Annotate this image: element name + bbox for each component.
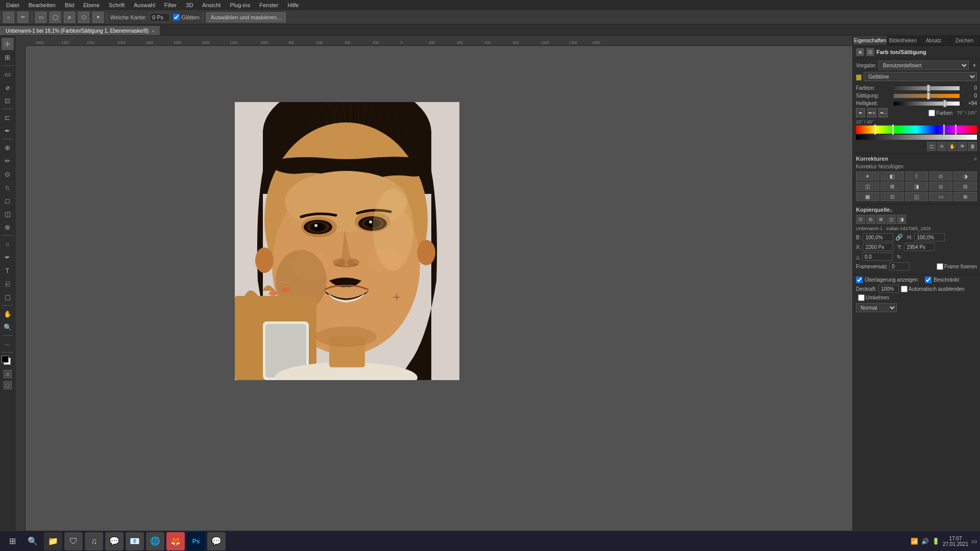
auto-btn[interactable]: ◫ bbox=[927, 142, 936, 151]
menu-plugins[interactable]: Plug-ins bbox=[226, 1, 254, 9]
korrektur-btn-9[interactable]: ◎ bbox=[929, 182, 952, 191]
farben-checkbox[interactable] bbox=[928, 110, 935, 116]
crop-tool[interactable]: ⊏ bbox=[2, 111, 14, 123]
eigenschaften-tab[interactable]: Eigenschaften bbox=[853, 36, 888, 45]
bibliotheken-tab[interactable]: Bibliotheken bbox=[888, 36, 918, 45]
eye-btn[interactable]: 👁 bbox=[958, 142, 967, 151]
breite-input[interactable] bbox=[863, 233, 893, 241]
korrektur-btn-10[interactable]: ⊟ bbox=[953, 182, 977, 191]
taskbar-music[interactable]: ♫ bbox=[85, 532, 103, 550]
eyedropper-plus-btn[interactable]: ✒+ bbox=[867, 108, 876, 117]
reset-btn[interactable]: ⟲ bbox=[937, 142, 946, 151]
umkehren-checkbox[interactable] bbox=[858, 294, 865, 301]
system-clock[interactable]: 17:07 27.01.2021 bbox=[943, 536, 968, 547]
hoehe-input[interactable] bbox=[914, 233, 945, 241]
taskbar-browser2[interactable]: 🌐 bbox=[146, 532, 164, 550]
helligkeit-slider-track[interactable] bbox=[894, 102, 960, 106]
kopier-src-btn-1[interactable]: ⊡ bbox=[856, 215, 865, 224]
delete-btn[interactable]: 🗑 bbox=[968, 142, 977, 151]
menu-schrift[interactable]: Schrift bbox=[105, 1, 129, 9]
korrektur-btn-7[interactable]: ⊞ bbox=[880, 182, 904, 191]
korrektur-btn-6[interactable]: ◫ bbox=[856, 182, 879, 191]
quick-mask-btn[interactable]: ◎ bbox=[4, 370, 12, 378]
angle-input[interactable] bbox=[862, 253, 893, 261]
beschraenkt-checkbox[interactable] bbox=[925, 277, 932, 283]
korrektur-btn-15[interactable]: ⊞ bbox=[953, 192, 977, 201]
korrektur-btn-12[interactable]: ⊡ bbox=[880, 192, 904, 201]
screen-mode-btn[interactable]: ▢ bbox=[4, 381, 12, 389]
taskbar-explorer[interactable]: 📁 bbox=[44, 532, 62, 550]
menu-auswahl[interactable]: Auswahl bbox=[130, 1, 159, 9]
hand-icon-btn[interactable]: ✋ bbox=[947, 142, 957, 151]
windows-start-btn[interactable]: ⊞ bbox=[3, 532, 21, 550]
menu-fenster[interactable]: Fenster bbox=[255, 1, 282, 9]
blur-tool[interactable]: ⊗ bbox=[2, 221, 14, 233]
taskbar-defender[interactable]: 🛡 bbox=[64, 532, 83, 550]
korrektur-btn-2[interactable]: ◧ bbox=[880, 171, 904, 181]
zeichen-tab[interactable]: Zeichen bbox=[949, 36, 980, 45]
show-desktop-btn[interactable]: ▭ bbox=[971, 538, 977, 545]
poly-tool-btn[interactable]: ⬡ bbox=[78, 12, 89, 23]
kopier-src-btn-2[interactable]: ⊟ bbox=[866, 215, 875, 224]
eraser-tool[interactable]: ◻ bbox=[2, 194, 14, 207]
color-swatches[interactable] bbox=[2, 356, 14, 368]
brush-options-btn[interactable]: ✏ bbox=[17, 12, 29, 23]
korrektur-btn-11[interactable]: ▦ bbox=[856, 192, 879, 201]
korrektur-btn-8[interactable]: ◨ bbox=[905, 182, 928, 191]
menu-ansicht[interactable]: Ansicht bbox=[198, 1, 225, 9]
eyedropper-tool[interactable]: ✒ bbox=[2, 124, 14, 137]
farbton-slider-track[interactable] bbox=[894, 86, 960, 90]
tab-close-btn[interactable]: × bbox=[152, 29, 154, 34]
automatisch-checkbox[interactable] bbox=[901, 286, 908, 292]
tool-home-btn[interactable]: ⌂ bbox=[3, 12, 14, 23]
auswahlen-maskieren-btn[interactable]: Auswählen und maskieren... bbox=[206, 12, 286, 22]
saettigung-slider-thumb[interactable] bbox=[927, 92, 930, 99]
taskbar-messenger[interactable]: 💬 bbox=[207, 532, 226, 550]
korrektur-btn-5[interactable]: ◑ bbox=[953, 171, 977, 181]
eyedropper-minus-btn[interactable]: ✒- bbox=[878, 108, 888, 117]
menu-bearbeiten[interactable]: Bearbeiten bbox=[24, 1, 60, 9]
zoom-tool[interactable]: 🔍 bbox=[2, 321, 14, 333]
artboard-tool[interactable]: ⊞ bbox=[2, 51, 14, 63]
kopier-src-btn-5[interactable]: ◨ bbox=[897, 215, 906, 224]
ueberlagerung-checkbox[interactable] bbox=[856, 277, 863, 283]
more-tools-btn[interactable]: ··· bbox=[2, 338, 14, 350]
path-tool[interactable]: ⍇ bbox=[2, 278, 14, 290]
pen-tool[interactable]: ✒ bbox=[2, 251, 14, 263]
menu-ebene[interactable]: Ebene bbox=[79, 1, 104, 9]
korrektur-btn-4[interactable]: ⊙ bbox=[929, 171, 952, 181]
lasso-tool-btn[interactable]: ⌀ bbox=[64, 12, 75, 23]
rect-tool-btn[interactable]: ▭ bbox=[35, 12, 46, 23]
healing-tool[interactable]: ⊕ bbox=[2, 141, 14, 154]
taskbar-email[interactable]: 📧 bbox=[126, 532, 144, 550]
taskbar-photoshop[interactable]: Ps bbox=[187, 532, 205, 550]
korrektur-btn-13[interactable]: ◫ bbox=[905, 192, 928, 201]
eyedropper-normal-btn[interactable]: ✒ bbox=[856, 108, 865, 117]
menu-hilfe[interactable]: Hilfe bbox=[283, 1, 303, 9]
taskbar-firefox[interactable]: 🦊 bbox=[166, 532, 185, 550]
brush-tool[interactable]: ✏ bbox=[2, 155, 14, 167]
star-tool-btn[interactable]: ✦ bbox=[92, 12, 104, 23]
search-btn[interactable]: 🔍 bbox=[23, 532, 42, 550]
text-tool[interactable]: T bbox=[2, 264, 14, 277]
quickselect-tool[interactable]: ⊡ bbox=[2, 94, 14, 107]
y-input[interactable] bbox=[904, 243, 935, 251]
deckkraft-input[interactable] bbox=[878, 285, 899, 293]
absatz-tab[interactable]: Absatz bbox=[919, 36, 949, 45]
marquee-tool[interactable]: ▭ bbox=[2, 68, 14, 80]
circle-tool-btn[interactable]: ◯ bbox=[50, 12, 61, 23]
move-tool[interactable]: ✛ bbox=[2, 38, 14, 50]
shape-tool[interactable]: ▢ bbox=[2, 291, 14, 303]
glatten-checkbox[interactable] bbox=[173, 14, 180, 20]
gelbtone-select[interactable]: Gelbtöne bbox=[864, 72, 977, 81]
color-spectrum-bar[interactable] bbox=[856, 126, 977, 134]
korrektur-btn-1[interactable]: ☀ bbox=[856, 171, 879, 181]
document-tab[interactable]: Unbenannt-1 bei 18,1% (Farbton/Sättigung… bbox=[0, 26, 160, 35]
x-input[interactable] bbox=[863, 243, 893, 251]
clone-tool[interactable]: ⊙ bbox=[2, 168, 14, 180]
saettigung-slider-track[interactable] bbox=[894, 94, 960, 98]
frameversatz-input[interactable] bbox=[889, 262, 910, 270]
dodge-tool[interactable]: ○ bbox=[2, 238, 14, 250]
gradient-tool[interactable]: ◫ bbox=[2, 208, 14, 220]
frame-fixieren-checkbox[interactable] bbox=[937, 263, 943, 270]
